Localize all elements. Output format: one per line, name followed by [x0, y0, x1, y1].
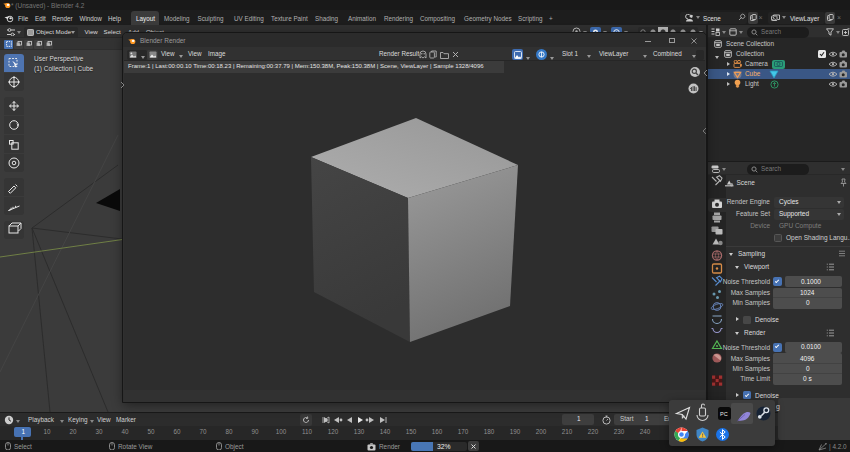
svg-text:PC: PC	[720, 411, 728, 417]
